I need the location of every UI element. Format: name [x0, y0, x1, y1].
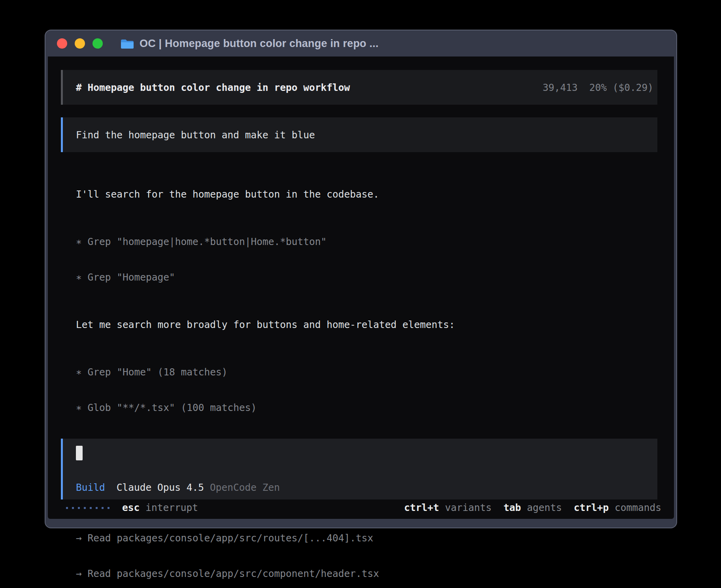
status-left: escinterrupt — [66, 502, 198, 514]
transcript: I'll search for the homepage button in t… — [76, 165, 665, 588]
window-controls — [57, 38, 103, 49]
text-cursor — [76, 446, 83, 460]
close-button[interactable] — [57, 38, 67, 49]
user-message: Find the homepage button and make it blu… — [61, 117, 657, 152]
titlebar[interactable]: OC | Homepage button color change in rep… — [45, 30, 676, 57]
minimize-button[interactable] — [75, 38, 85, 49]
key-esc: esc — [122, 502, 140, 513]
shortcut-commands: ctrl+pcommands — [574, 502, 661, 514]
key-ctrl-t: ctrl+t — [404, 502, 439, 514]
context-cost: 20% ($0.29) — [589, 82, 653, 93]
token-count: 39,413 — [543, 82, 578, 93]
spinner-dots — [66, 507, 109, 509]
assistant-text: Let me search more broadly for buttons a… — [76, 319, 665, 331]
mode-badge[interactable]: Build — [76, 482, 105, 494]
session-header: # Homepage button color change in repo w… — [61, 70, 657, 105]
tool-call-glob: ∗ Glob "**/*.tsx" (100 matches) — [76, 402, 665, 414]
folder-icon — [120, 38, 134, 49]
user-message-text: Find the homepage button and make it blu… — [76, 129, 315, 141]
window-title: OC | Homepage button color change in rep… — [140, 38, 379, 50]
shortcut-agents: tabagents — [504, 502, 562, 514]
input-modeline: Build Claude Opus 4.5 OpenCode Zen — [76, 482, 280, 494]
assistant-text: I'll search for the homepage button in t… — [76, 188, 665, 200]
label-commands: commands — [615, 502, 661, 514]
prompt-input[interactable]: Build Claude Opus 4.5 OpenCode Zen — [61, 439, 657, 499]
key-tab: tab — [504, 502, 521, 514]
session-stats: 39,413 20% ($0.29) — [543, 82, 653, 93]
terminal-window: OC | Homepage button color change in rep… — [45, 30, 677, 528]
tool-call-read: → Read packages/console/app/src/componen… — [76, 568, 665, 580]
key-ctrl-p: ctrl+p — [574, 502, 609, 514]
tool-call-grep: ∗ Grep "Home" (18 matches) — [76, 366, 665, 378]
status-bar: escinterrupt ctrl+tvariants tabagents ct… — [66, 502, 661, 514]
shortcut-variants: ctrl+tvariants — [404, 502, 492, 514]
label-variants: variants — [445, 502, 492, 514]
session-title: # Homepage button color change in repo w… — [76, 82, 350, 93]
shortcut-esc: escinterrupt — [122, 502, 198, 514]
provider-name: OpenCode Zen — [210, 482, 280, 494]
maximize-button[interactable] — [92, 38, 103, 49]
tool-call-grep: ∗ Grep "Homepage" — [76, 271, 665, 283]
model-name[interactable]: Claude Opus 4.5 — [117, 482, 204, 494]
tool-call-read: → Read packages/console/app/src/routes/[… — [76, 532, 665, 544]
status-right: ctrl+tvariants tabagents ctrl+pcommands — [404, 502, 661, 514]
tool-call-grep: ∗ Grep "homepage|home.*button|Home.*butt… — [76, 236, 665, 248]
label-interrupt: interrupt — [145, 502, 198, 513]
label-agents: agents — [527, 502, 562, 514]
